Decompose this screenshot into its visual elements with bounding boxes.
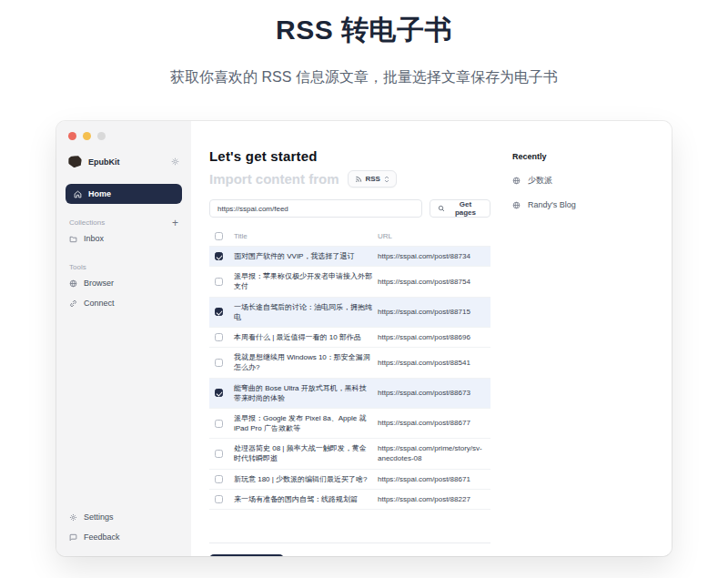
- row-title: 本周看什么 | 最近值得一看的 10 部作品: [234, 332, 372, 342]
- globe-icon: [69, 279, 77, 288]
- recently-label: Recently: [512, 152, 576, 161]
- table-row[interactable]: 能弯曲的 Bose Ultra 开放式耳机，黑科技带来时尚的体验 https:/…: [209, 379, 490, 409]
- row-title: 来一场有准备的国内自驾：线路规划篇: [234, 494, 372, 504]
- sidebar-item-connect[interactable]: Connect: [65, 293, 183, 313]
- table-row[interactable]: 派早报：苹果称仅极少开发者申请接入外部支付 https://sspai.com/…: [209, 267, 490, 297]
- row-checkbox[interactable]: [215, 333, 223, 341]
- theme-toggle-icon[interactable]: [171, 157, 179, 166]
- row-checkbox[interactable]: [215, 252, 223, 260]
- row-title: 能弯曲的 Bose Ultra 开放式耳机，黑科技带来时尚的体验: [234, 383, 372, 403]
- settings-label: Settings: [84, 512, 114, 522]
- sidebar-item-feedback[interactable]: Feedback: [65, 527, 183, 547]
- minimize-window-button[interactable]: [83, 132, 91, 140]
- table-row[interactable]: 派早报：Google 发布 Pixel 8a、Apple 就 iPad Pro …: [209, 409, 490, 439]
- recently-panel: Recently 少数派 Randy's Blog: [512, 148, 576, 556]
- table-row[interactable]: 处理器简史 08 | 频率大战一触即发，黄金时代转瞬即逝 https://ssp…: [209, 439, 490, 469]
- row-url: https://sspai.com/post/88671: [378, 474, 486, 484]
- gear-icon: [69, 513, 77, 522]
- table-row[interactable]: 一场长途自驾后的讨论：油电同乐，拥抱纯电 https://sspai.com/p…: [209, 298, 490, 328]
- zoom-window-button: [97, 132, 106, 140]
- home-icon: [74, 190, 82, 198]
- row-url: https://sspai.com/post/88754: [378, 277, 486, 287]
- articles-table: Title URL 面对国产软件的 VVIP，我选择了退订 https://ss…: [209, 227, 490, 543]
- row-checkbox[interactable]: [215, 389, 223, 397]
- recently-list: 少数派 Randy's Blog: [512, 175, 576, 209]
- table-row[interactable]: 来一场有准备的国内自驾：线路规划篇 https://sspai.com/post…: [209, 490, 490, 510]
- source-selector[interactable]: RSS: [348, 170, 397, 188]
- import-from-label: Import content from: [209, 171, 339, 187]
- get-pages-label: Get pages: [449, 200, 482, 217]
- inbox-label: Inbox: [84, 234, 104, 243]
- row-title: 处理器简史 08 | 频率大战一触即发，黄金时代转瞬即逝: [234, 443, 372, 463]
- page-title: RSS 转电子书: [0, 12, 728, 49]
- sidebar-item-inbox[interactable]: Inbox: [65, 228, 183, 248]
- app-name: EpubKit: [88, 157, 165, 167]
- sidebar-item-home[interactable]: Home: [66, 184, 182, 204]
- import-panel: Let's get started Import content from RS…: [209, 148, 490, 556]
- rss-icon: [355, 176, 362, 183]
- row-url: https://sspai.com/post/88734: [378, 251, 486, 261]
- row-url: https://sspai.com/post/88715: [378, 307, 486, 317]
- column-url: URL: [378, 232, 486, 240]
- row-checkbox[interactable]: [215, 495, 223, 503]
- close-window-button[interactable]: [68, 132, 76, 140]
- row-url: https://sspai.com/prime/story/sv-anecdot…: [378, 443, 486, 463]
- import-from-line: Import content from RSS: [209, 170, 490, 188]
- table-row[interactable]: 面对国产软件的 VVIP，我选择了退订 https://sspai.com/po…: [209, 247, 490, 267]
- recently-item[interactable]: Randy's Blog: [512, 200, 576, 209]
- page-subtitle: 获取你喜欢的 RSS 信息源文章，批量选择文章保存为电子书: [0, 68, 728, 87]
- row-checkbox[interactable]: [215, 308, 223, 316]
- row-checkbox[interactable]: [215, 450, 223, 458]
- search-icon: [438, 205, 445, 212]
- row-title: 面对国产软件的 VVIP，我选择了退订: [234, 251, 372, 261]
- recently-item-label: Randy's Blog: [528, 200, 576, 209]
- row-url: https://sspai.com/post/88227: [378, 494, 486, 504]
- recently-item-label: 少数派: [528, 175, 552, 187]
- sidebar-item-settings[interactable]: Settings: [65, 507, 183, 527]
- row-checkbox[interactable]: [215, 420, 223, 428]
- chevrons-up-down-icon: [384, 176, 389, 183]
- row-title: 派早报：苹果称仅极少开发者申请接入外部支付: [234, 271, 372, 291]
- globe-icon: [512, 177, 521, 185]
- sidebar-section-collections: Collections +: [69, 218, 178, 227]
- feedback-label: Feedback: [84, 532, 120, 542]
- row-url: https://sspai.com/post/88677: [378, 418, 486, 428]
- table-row[interactable]: 本周看什么 | 最近值得一看的 10 部作品 https://sspai.com…: [209, 328, 490, 348]
- app-window: EpubKit Home Collections +: [56, 121, 672, 556]
- column-title: Title: [234, 232, 372, 240]
- row-checkbox[interactable]: [215, 359, 223, 367]
- select-all-checkbox[interactable]: [215, 232, 223, 240]
- row-url: https://sspai.com/post/88673: [378, 388, 486, 398]
- connect-label: Connect: [84, 299, 115, 308]
- source-selector-value: RSS: [366, 175, 380, 183]
- row-url: https://sspai.com/post/88541: [378, 358, 486, 368]
- row-checkbox[interactable]: [215, 475, 223, 483]
- sidebar-section-tools: Tools: [69, 263, 178, 271]
- table-row[interactable]: 新玩意 180 | 少数派的编辑们最近买了啥? https://sspai.co…: [209, 470, 490, 490]
- row-title: 新玩意 180 | 少数派的编辑们最近买了啥?: [234, 474, 372, 484]
- app-logo-icon: [67, 155, 82, 167]
- add-collection-button[interactable]: +: [172, 219, 178, 227]
- table-row[interactable]: 我就是想继续用 Windows 10：那安全漏洞怎么办? https://ssp…: [209, 348, 490, 378]
- page-header: RSS 转电子书 获取你喜欢的 RSS 信息源文章，批量选择文章保存为电子书: [0, 0, 728, 87]
- feed-url-input[interactable]: [209, 199, 422, 218]
- panel-heading: Let's get started: [209, 148, 490, 164]
- table-body: 面对国产软件的 VVIP，我选择了退订 https://sspai.com/po…: [209, 247, 490, 510]
- get-pages-button[interactable]: Get pages: [430, 199, 490, 218]
- row-checkbox[interactable]: [215, 278, 223, 286]
- globe-icon: [512, 201, 521, 209]
- table-header: Title URL: [209, 227, 490, 247]
- feed-url-row: Get pages: [209, 199, 490, 218]
- import-pages-button[interactable]: Import 3 pages: [209, 554, 284, 556]
- feedback-icon: [69, 533, 77, 542]
- recently-item[interactable]: 少数派: [512, 175, 576, 187]
- row-url: https://sspai.com/post/88696: [378, 332, 486, 342]
- link-icon: [69, 299, 77, 308]
- collections-label: Collections: [69, 218, 105, 227]
- main-area: Let's get started Import content from RS…: [191, 121, 672, 556]
- row-title: 一场长途自驾后的讨论：油电同乐，拥抱纯电: [234, 302, 372, 322]
- app-brand: EpubKit: [68, 156, 179, 167]
- window-controls: [65, 130, 183, 140]
- sidebar-bottom: Settings Feedback: [65, 507, 183, 547]
- sidebar-item-browser[interactable]: Browser: [65, 273, 183, 293]
